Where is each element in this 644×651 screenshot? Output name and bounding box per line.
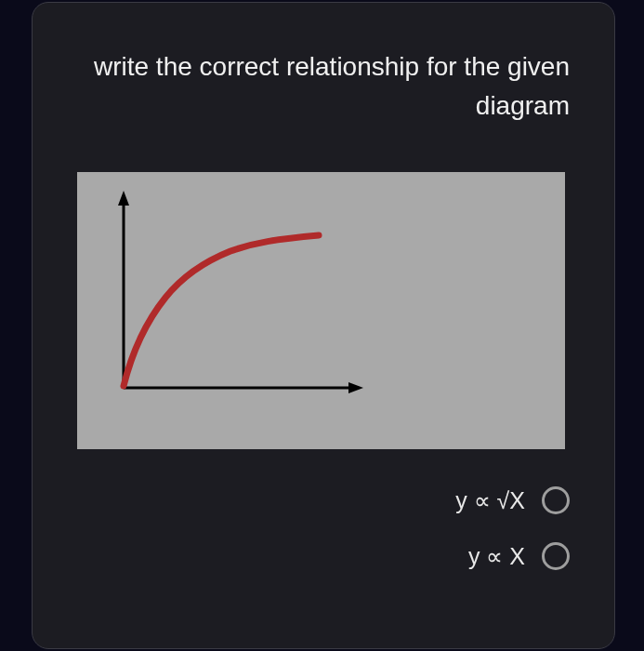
option-linear[interactable]: y ∝ X bbox=[468, 542, 570, 570]
answer-options: y ∝ √X y ∝ X bbox=[77, 486, 570, 570]
option-label: y ∝ X bbox=[468, 543, 525, 570]
curve-line bbox=[124, 235, 319, 386]
diagram-container bbox=[77, 172, 565, 449]
x-axis-arrow-icon bbox=[348, 382, 363, 393]
axes-chart bbox=[77, 172, 565, 449]
y-axis-arrow-icon bbox=[118, 191, 129, 206]
radio-icon[interactable] bbox=[542, 486, 570, 514]
option-label: y ∝ √X bbox=[455, 487, 525, 514]
radio-icon[interactable] bbox=[542, 542, 570, 570]
question-card: write the correct relationship for the g… bbox=[32, 2, 615, 649]
option-sqrt[interactable]: y ∝ √X bbox=[455, 486, 570, 514]
question-prompt: write the correct relationship for the g… bbox=[77, 47, 570, 126]
